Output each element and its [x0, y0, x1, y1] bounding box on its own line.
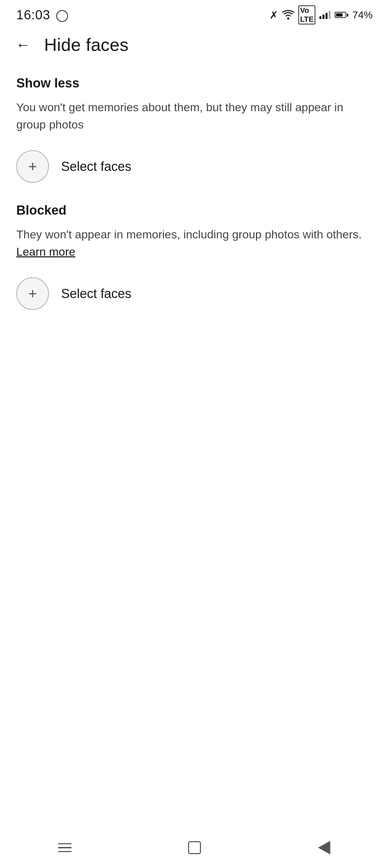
- status-bar: 16:03 ◯ ✗ VoLTE 74%: [0, 0, 389, 27]
- back-arrow-icon: ←: [16, 37, 31, 52]
- status-time: 16:03: [16, 8, 50, 22]
- status-bar-right: ✗ VoLTE 74%: [270, 5, 373, 25]
- wifi-icon: [282, 10, 294, 20]
- show-less-section: Show less You won't get memories about t…: [16, 76, 373, 183]
- learn-more-link[interactable]: Learn more: [16, 245, 75, 258]
- home-square-icon: [188, 841, 201, 854]
- blocked-description: They won't appear in memories, including…: [16, 226, 373, 260]
- show-less-select-faces-row[interactable]: + Select faces: [16, 150, 373, 183]
- show-less-select-faces-label: Select faces: [61, 159, 131, 174]
- svg-point-0: [287, 18, 289, 20]
- whatsapp-icon: ◯: [56, 8, 69, 22]
- blocked-title: Blocked: [16, 203, 373, 218]
- battery-icon: [335, 12, 348, 18]
- blocked-add-circle[interactable]: +: [16, 277, 49, 310]
- show-less-title: Show less: [16, 76, 373, 91]
- blocked-select-faces-label: Select faces: [61, 287, 131, 301]
- header: ← Hide faces: [0, 27, 389, 62]
- back-triangle-icon: [318, 841, 330, 854]
- blocked-description-text: They won't appear in memories, including…: [16, 228, 362, 241]
- blocked-select-faces-row[interactable]: + Select faces: [16, 277, 373, 310]
- blocked-plus-icon: +: [28, 286, 37, 301]
- nav-menu-button[interactable]: [44, 834, 85, 861]
- nav-bar: [0, 831, 389, 868]
- bluetooth-icon: ✗: [270, 9, 278, 21]
- show-less-plus-icon: +: [28, 159, 37, 174]
- volte-icon: VoLTE: [298, 5, 315, 25]
- signal-bars: [319, 11, 331, 19]
- nav-home-button[interactable]: [174, 834, 215, 861]
- blocked-section: Blocked They won't appear in memories, i…: [16, 203, 373, 310]
- main-content: Show less You won't get memories about t…: [0, 62, 389, 347]
- battery-percentage: 74%: [352, 9, 373, 21]
- show-less-add-circle[interactable]: +: [16, 150, 49, 183]
- hamburger-icon: [58, 843, 72, 852]
- status-bar-left: 16:03 ◯: [16, 8, 69, 22]
- page-title: Hide faces: [44, 35, 129, 55]
- nav-back-button[interactable]: [304, 834, 345, 861]
- show-less-description: You won't get memories about them, but t…: [16, 99, 373, 133]
- back-button[interactable]: ←: [12, 34, 34, 56]
